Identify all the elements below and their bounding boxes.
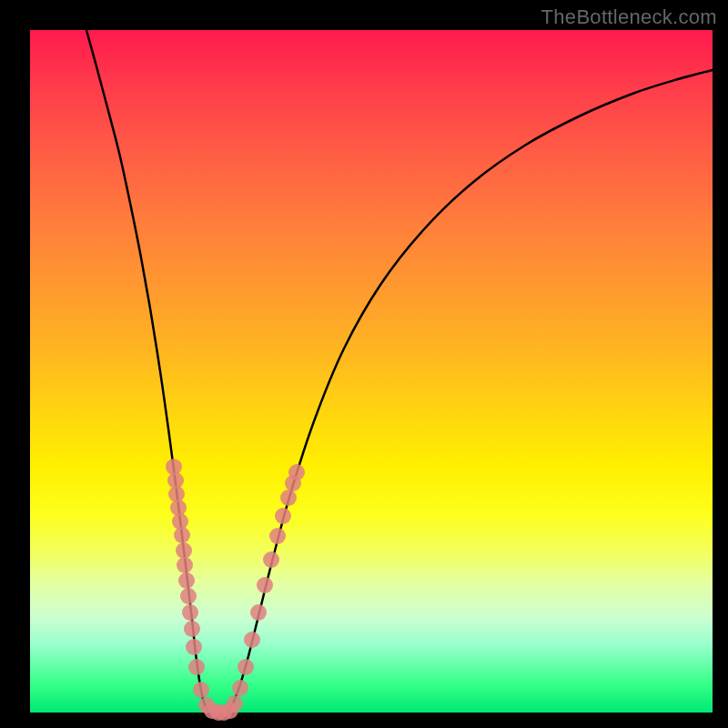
dot-left-dots xyxy=(176,542,192,559)
curve-right-curve xyxy=(227,70,713,713)
dot-left-dots xyxy=(184,621,200,637)
dot-left-dots xyxy=(182,604,198,621)
dot-left-dots xyxy=(174,527,190,543)
dot-left-dots xyxy=(178,572,195,589)
chart-svg xyxy=(30,30,713,713)
dot-left-dots xyxy=(177,557,193,573)
dot-right-dots xyxy=(227,695,243,712)
dot-right-dots xyxy=(275,508,291,524)
dot-right-dots xyxy=(250,604,267,621)
dot-right-dots xyxy=(280,490,297,506)
dot-right-dots xyxy=(244,632,260,648)
dot-left-dots xyxy=(193,682,209,698)
dot-left-dots xyxy=(188,659,205,675)
dot-right-dots xyxy=(269,528,286,544)
chart-frame: TheBottleneck.com xyxy=(0,0,728,728)
dot-left-dots xyxy=(186,639,202,655)
dot-right-dots xyxy=(288,464,305,480)
dot-right-dots xyxy=(232,680,248,696)
watermark-label: TheBottleneck.com xyxy=(541,5,717,29)
dot-right-dots xyxy=(257,577,273,593)
dot-right-dots xyxy=(238,659,254,675)
dot-right-dots xyxy=(263,551,279,568)
dot-left-dots xyxy=(180,588,197,604)
